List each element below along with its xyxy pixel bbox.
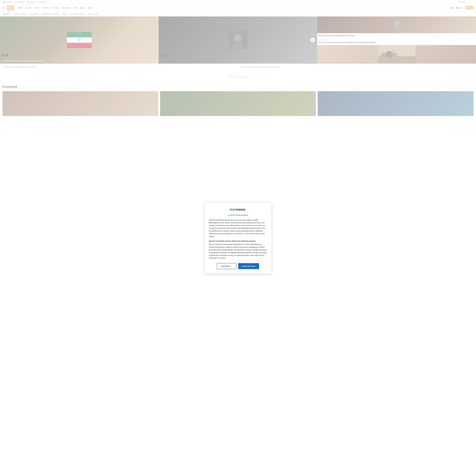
consent-overlay: euronews. Continue without agreeing With… xyxy=(0,0,476,119)
